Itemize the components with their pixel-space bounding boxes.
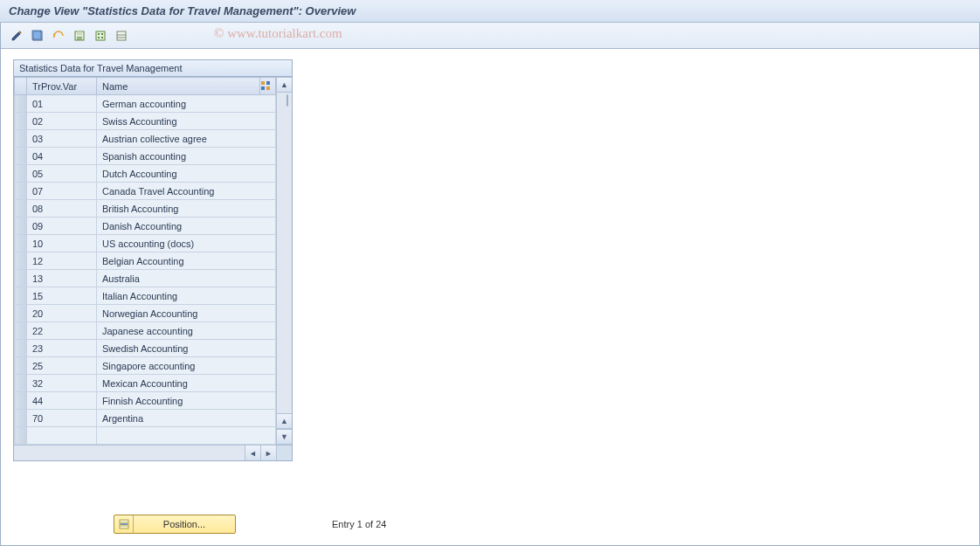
table-row[interactable]: 05Dutch Accounting (15, 165, 276, 183)
deselect-all-button[interactable] (50, 27, 67, 45)
cell-name[interactable]: Australia (97, 270, 276, 287)
scroll-right-button[interactable]: ► (260, 446, 276, 460)
scroll-left-button[interactable]: ◄ (245, 446, 260, 460)
cell-name[interactable]: Italian Accounting (97, 287, 276, 305)
cell-name[interactable]: Belgian Accounting (97, 252, 276, 270)
svg-rect-15 (266, 81, 270, 85)
cell-trprov-var[interactable]: 09 (27, 218, 97, 235)
save-button[interactable] (71, 27, 88, 45)
cell-trprov-var[interactable]: 03 (27, 130, 97, 148)
row-selector[interactable] (15, 200, 27, 218)
table-view-button[interactable] (92, 27, 109, 45)
table-row[interactable]: 01German accounting (15, 95, 276, 113)
cell-name[interactable]: Norwegian Accounting (97, 305, 276, 322)
row-selector[interactable] (15, 287, 27, 305)
toggle-display-change-button[interactable] (8, 27, 25, 45)
cell-name[interactable]: British Accounting (97, 200, 276, 218)
row-selector[interactable] (15, 340, 27, 357)
cell-trprov-var[interactable]: 01 (27, 95, 97, 113)
cell-name[interactable]: Austrian collective agree (97, 130, 276, 148)
cell-trprov-var[interactable]: 08 (27, 200, 97, 218)
row-selector-header[interactable] (15, 78, 27, 95)
table-row[interactable]: 70Argentina (15, 410, 276, 427)
layout-button[interactable] (113, 27, 130, 45)
row-selector[interactable] (15, 218, 27, 235)
row-selector[interactable] (15, 305, 27, 322)
cell-trprov-var[interactable]: 22 (27, 322, 97, 340)
cell-trprov-var[interactable]: 32 (27, 375, 97, 392)
cell-name[interactable]: Swiss Accounting (97, 113, 276, 130)
table-row[interactable]: 09Danish Accounting (15, 218, 276, 235)
cell-name[interactable]: Argentina (97, 410, 276, 427)
cell-trprov-var[interactable]: 07 (27, 183, 97, 200)
table-row[interactable]: 02Swiss Accounting (15, 113, 276, 130)
svg-rect-7 (98, 33, 100, 35)
cell-trprov-var[interactable]: 20 (27, 305, 97, 322)
row-selector[interactable] (15, 130, 27, 148)
table-row[interactable]: 04Spanish accounting (15, 148, 276, 165)
table-row[interactable]: 44Finnish Accounting (15, 392, 276, 410)
table-row[interactable]: 12Belgian Accounting (15, 252, 276, 270)
table-row[interactable]: 23Swedish Accounting (15, 340, 276, 357)
cell-name[interactable]: Canada Travel Accounting (97, 183, 276, 200)
scroll-down-button[interactable]: ▼ (277, 429, 292, 445)
cell-blank (97, 427, 276, 445)
row-selector[interactable] (15, 113, 27, 130)
cell-trprov-var[interactable]: 13 (27, 270, 97, 287)
cell-name[interactable]: US accounting (docs) (97, 235, 276, 252)
table-settings-button[interactable] (260, 78, 276, 95)
cell-name[interactable]: Japanese accounting (97, 322, 276, 340)
scroll-thumb[interactable] (286, 94, 288, 107)
table-row[interactable]: 15Italian Accounting (15, 287, 276, 305)
scroll-up-button[interactable]: ▲ (277, 77, 292, 93)
cell-name[interactable]: Spanish accounting (97, 148, 276, 165)
table-row[interactable]: 10US accounting (docs) (15, 235, 276, 252)
row-selector[interactable] (15, 357, 27, 375)
data-table: TrProv.Var Name 01German accounting02Swi… (14, 77, 276, 445)
row-selector[interactable] (15, 392, 27, 410)
cell-trprov-var[interactable]: 04 (27, 148, 97, 165)
row-selector[interactable] (15, 252, 27, 270)
table-row[interactable]: 25Singapore accounting (15, 357, 276, 375)
cell-name[interactable]: Danish Accounting (97, 218, 276, 235)
cell-name[interactable]: Singapore accounting (97, 357, 276, 375)
cell-trprov-var[interactable]: 10 (27, 235, 97, 252)
cell-name[interactable]: Finnish Accounting (97, 392, 276, 410)
row-selector[interactable] (15, 322, 27, 340)
table-row[interactable]: 03Austrian collective agree (15, 130, 276, 148)
cell-trprov-var[interactable]: 25 (27, 357, 97, 375)
row-selector[interactable] (15, 95, 27, 113)
cell-trprov-var[interactable]: 05 (27, 165, 97, 183)
cell-name[interactable]: Dutch Accounting (97, 165, 276, 183)
cell-trprov-var[interactable]: 70 (27, 410, 97, 427)
cell-trprov-var[interactable]: 15 (27, 287, 97, 305)
row-selector[interactable] (15, 148, 27, 165)
cell-name[interactable]: Swedish Accounting (97, 340, 276, 357)
row-selector[interactable] (15, 375, 27, 392)
cell-name[interactable]: German accounting (97, 95, 276, 113)
table-row[interactable]: 22Japanese accounting (15, 322, 276, 340)
cell-trprov-var[interactable]: 12 (27, 252, 97, 270)
col-name[interactable]: Name (97, 78, 260, 95)
table-row[interactable]: 13Australia (15, 270, 276, 287)
select-all-button[interactable] (29, 27, 46, 45)
row-selector[interactable] (15, 410, 27, 427)
cell-trprov-var[interactable]: 44 (27, 392, 97, 410)
table-row[interactable]: 20Norwegian Accounting (15, 305, 276, 322)
row-selector[interactable] (15, 183, 27, 200)
cell-trprov-var[interactable]: 23 (27, 340, 97, 357)
cell-trprov-var[interactable]: 02 (27, 113, 97, 130)
horizontal-scrollbar[interactable]: ◄ ► (14, 445, 292, 460)
col-trprov-var[interactable]: TrProv.Var (27, 78, 97, 95)
table-row[interactable]: 08British Accounting (15, 200, 276, 218)
table-row[interactable]: 32Mexican Accounting (15, 375, 276, 392)
row-selector[interactable] (15, 165, 27, 183)
vertical-scrollbar[interactable]: ▲ ▲ ▼ (276, 77, 292, 445)
cell-name[interactable]: Mexican Accounting (97, 375, 276, 392)
position-button[interactable]: Position... (114, 515, 236, 534)
table-row[interactable]: 07Canada Travel Accounting (15, 183, 276, 200)
scroll-up-near-bottom[interactable]: ▲ (277, 413, 292, 429)
row-selector[interactable] (15, 270, 27, 287)
row-selector[interactable] (15, 235, 27, 252)
table-wrap: TrProv.Var Name 01German accounting02Swi… (14, 77, 292, 445)
